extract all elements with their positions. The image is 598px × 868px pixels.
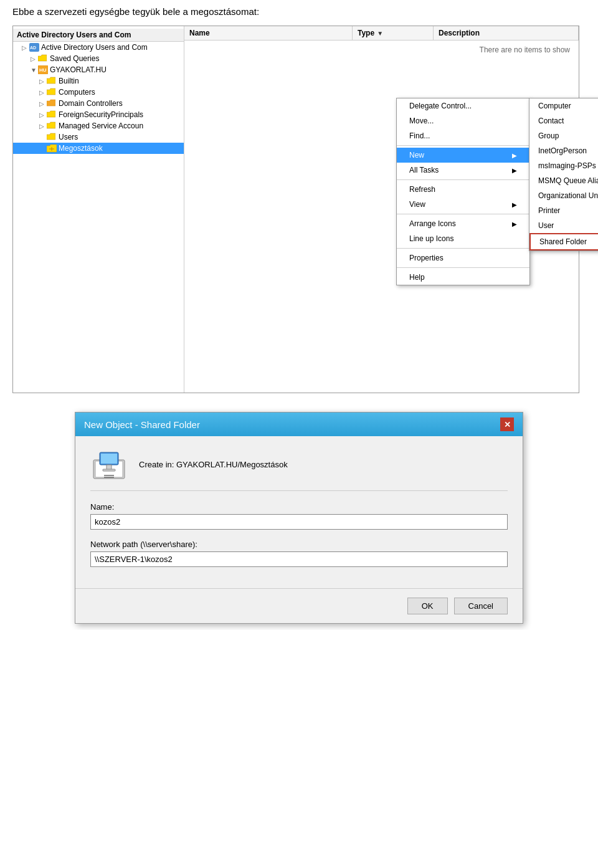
tree-item-label: Megosztások	[59, 144, 103, 153]
tree-item-label: Active Directory Users and Com	[41, 43, 148, 52]
ctx-view[interactable]: View ▶	[397, 197, 529, 212]
tree-expand-arrow: ▷	[31, 55, 37, 62]
ctx-arrange-icons[interactable]: Arrange Icons ▶	[397, 216, 529, 231]
submenu-org-unit[interactable]: Organizational Unit	[529, 188, 598, 203]
ctx-line-up-icons[interactable]: Line up Icons	[397, 231, 529, 246]
submenu-msmq[interactable]: MSMQ Queue Alias	[529, 173, 598, 188]
tree-expand-arrow: ▼	[31, 67, 37, 74]
svg-text:HU: HU	[39, 67, 47, 73]
submenu-new: Computer Contact Group InetOrgPerson msI…	[529, 98, 598, 251]
dialog-window: New Object - Shared Folder ✕	[75, 412, 523, 624]
dialog-footer: OK Cancel	[75, 588, 523, 623]
network-path-label: Network path (\\server\share):	[90, 540, 508, 549]
network-path-form-group: Network path (\\server\share):	[90, 540, 508, 567]
tree-item-computers[interactable]: ▷ Computers	[13, 87, 184, 98]
tree-item-builtin[interactable]: ▷ Builtin	[13, 75, 184, 87]
dialog-container: New Object - Shared Folder ✕	[12, 412, 586, 624]
dialog-create-in: Create in: GYAKORLAT.HU/Megosztások	[90, 447, 508, 491]
tree-item-managed-service[interactable]: ▷ Managed Service Accoun	[13, 120, 184, 131]
submenu-printer[interactable]: Printer	[529, 203, 598, 218]
create-in-info: Create in: GYAKORLAT.HU/Megosztások	[139, 460, 288, 469]
tree-item-label: Domain Controllers	[59, 99, 123, 108]
folder-icon	[47, 122, 57, 130]
tree-item-label: Users	[59, 133, 78, 141]
submenu-computer[interactable]: Computer	[529, 98, 598, 113]
submenu-shared-folder[interactable]: Shared Folder	[529, 233, 598, 250]
ctx-move[interactable]: Move...	[397, 113, 529, 128]
tree-expand-arrow: ▷	[39, 78, 45, 85]
tree-item-gyakorlat[interactable]: ▼ HU GYAKORLAT.HU	[13, 64, 184, 75]
tree-item-foreign-security[interactable]: ▷ ForeignSecurityPrincipals	[13, 109, 184, 120]
page-title: Ebbe a szervezeti egységbe tegyük bele a…	[12, 6, 586, 17]
tree-expand-arrow: ▷	[22, 44, 28, 51]
ok-button[interactable]: OK	[407, 598, 448, 614]
tree-item-users[interactable]: ▷ Users	[13, 131, 184, 143]
submenu-group[interactable]: Group	[529, 128, 598, 143]
no-items-text: There are no items to show	[184, 41, 579, 59]
ctx-separator-2	[397, 179, 529, 180]
submenu-contact[interactable]: Contact	[529, 113, 598, 128]
ad-console: Active Directory Users and Com ▷ AD Acti…	[12, 26, 579, 393]
col-header-name: Name	[184, 26, 353, 40]
shared-folder-large-icon	[90, 447, 128, 482]
folder-icon	[38, 54, 48, 63]
svg-rect-11	[103, 469, 115, 471]
ctx-refresh[interactable]: Refresh	[397, 182, 529, 197]
tree-item-saved-queries[interactable]: ▷ Saved Queries	[13, 53, 184, 64]
tree-header: Active Directory Users and Com	[13, 29, 184, 42]
org-icon: HU	[38, 65, 48, 74]
submenu-msimaging[interactable]: msImaging-PSPs	[529, 158, 598, 173]
col-header-desc: Description	[434, 26, 579, 40]
tree-item-megosztasok[interactable]: ▷ Megosztások	[13, 143, 184, 154]
tree-item-label: Managed Service Accoun	[59, 122, 143, 130]
submenu-arrow-icon: ▶	[512, 201, 517, 208]
col-header-type: Type ▼	[353, 26, 434, 40]
tree-item-label: Builtin	[59, 77, 79, 85]
create-in-value: GYAKORLAT.HU/Megosztások	[176, 460, 288, 469]
ctx-help[interactable]: Help	[397, 270, 529, 285]
tree-expand-arrow: ▷	[39, 100, 45, 107]
dialog-title: New Object - Shared Folder	[84, 419, 200, 430]
dialog-close-button[interactable]: ✕	[500, 417, 514, 431]
context-menu: Delegate Control... Move... Find... New …	[396, 98, 530, 285]
ctx-find[interactable]: Find...	[397, 128, 529, 143]
folder-icon	[47, 77, 57, 85]
tree-item-label: Computers	[59, 88, 95, 97]
content-panel: Name Type ▼ Description There are no ite…	[184, 26, 579, 393]
folder-icon	[47, 99, 57, 108]
cancel-button[interactable]: Cancel	[454, 598, 508, 614]
tree-item-label: GYAKORLAT.HU	[50, 65, 107, 74]
submenu-arrow-icon: ▶	[512, 152, 517, 159]
submenu-inetorgperson[interactable]: InetOrgPerson	[529, 143, 598, 158]
ctx-new[interactable]: New ▶	[397, 148, 529, 163]
dialog-titlebar: New Object - Shared Folder ✕	[75, 413, 523, 436]
ctx-all-tasks[interactable]: All Tasks ▶	[397, 163, 529, 178]
svg-text:AD: AD	[30, 45, 36, 50]
ctx-separator-4	[397, 248, 529, 249]
tree-item-domain-controllers[interactable]: ▷ Domain Controllers	[13, 98, 184, 109]
submenu-user[interactable]: User	[529, 218, 598, 233]
network-path-input[interactable]	[90, 551, 508, 567]
name-form-group: Name:	[90, 502, 508, 530]
ctx-separator-3	[397, 214, 529, 214]
create-in-label: Create in: GYAKORLAT.HU/Megosztások	[139, 460, 288, 469]
tree-panel: Active Directory Users and Com ▷ AD Acti…	[13, 26, 184, 393]
submenu-arrow-icon: ▶	[512, 167, 517, 174]
tree-item-label: Saved Queries	[50, 54, 99, 63]
shared-folder-icon	[47, 144, 57, 153]
ctx-separator-1	[397, 145, 529, 146]
tree-item-root[interactable]: ▷ AD Active Directory Users and Com	[13, 42, 184, 53]
tree-expand-arrow: ▷	[39, 89, 45, 96]
name-input[interactable]	[90, 514, 508, 530]
ad-icon: AD	[29, 43, 39, 52]
submenu-arrow-icon: ▶	[512, 221, 517, 227]
folder-icon	[47, 133, 57, 141]
folder-icon	[47, 110, 57, 119]
tree-expand-arrow: ▷	[39, 123, 45, 130]
sort-arrow-icon: ▼	[377, 30, 383, 37]
svg-rect-9	[101, 454, 117, 464]
tree-item-label: ForeignSecurityPrincipals	[59, 110, 143, 119]
ctx-properties[interactable]: Properties	[397, 250, 529, 265]
name-label: Name:	[90, 502, 508, 512]
ctx-delegate-control[interactable]: Delegate Control...	[397, 98, 529, 113]
